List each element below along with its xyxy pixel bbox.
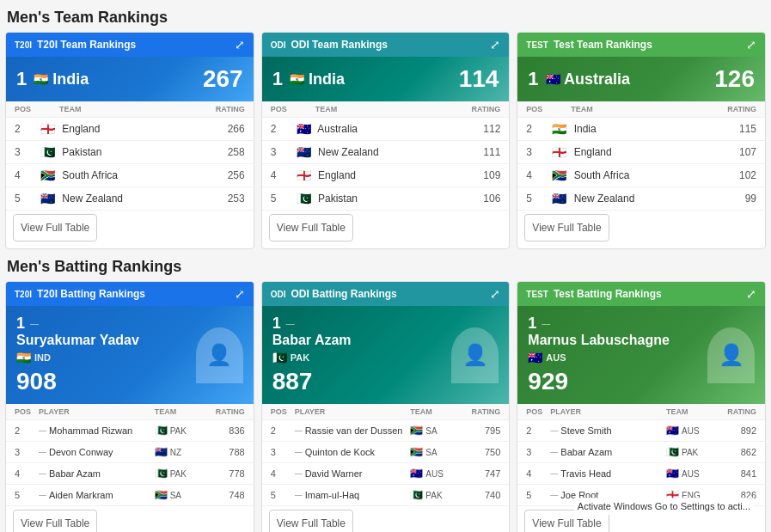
row-team: England: [59, 123, 202, 135]
b-team-flag: 🇦🇺: [666, 425, 679, 437]
row-rating: 111: [457, 146, 500, 158]
batting-row: 3 — Devon Conway 🇳🇿 NZ 788: [6, 442, 254, 463]
row-rating: 253: [202, 193, 245, 205]
row-team: India: [571, 123, 713, 135]
row-pos: 2: [15, 123, 40, 135]
format-title: Test Team Rankings: [554, 39, 746, 51]
row-rating: 266: [202, 123, 245, 135]
b-team-flag: 🇳🇿: [155, 446, 168, 458]
col-header-team: TEAM: [155, 407, 206, 416]
player-trend: —: [286, 319, 295, 328]
row-pos: 3: [271, 146, 297, 158]
table-row: 2 🇦🇺 Australia 112: [262, 118, 510, 141]
share-icon[interactable]: ⤢: [746, 287, 756, 301]
batting-view-full-table-button[interactable]: View Full Table: [269, 510, 353, 532]
b-player: Travis Head: [560, 468, 666, 479]
player-trend: —: [30, 319, 39, 328]
col-header-player: PLAYER: [39, 407, 155, 416]
player-country: AUS: [546, 352, 566, 363]
view-full-table-button[interactable]: View Full Table: [13, 214, 97, 242]
format-title: ODI Batting Rankings: [291, 288, 490, 300]
b-pos: 2: [15, 425, 39, 436]
b-team-name: AUS: [682, 426, 700, 436]
view-full-table-button[interactable]: View Full Table: [524, 214, 609, 242]
batting-row: 3 — Babar Azam 🇵🇰 PAK 862: [517, 442, 765, 463]
b-team: 🇿🇦 SA: [155, 489, 206, 501]
player-rank: 1: [528, 315, 536, 333]
top-team-row: 1 🇮🇳 India 114: [262, 57, 510, 101]
share-icon[interactable]: ⤢: [490, 287, 500, 301]
batting-view-full-table-button[interactable]: View Full Table: [13, 510, 97, 532]
b-team: 🇵🇰 PAK: [666, 446, 718, 458]
col-header-rating: RATING: [457, 105, 500, 113]
player-flag: 🇵🇰: [272, 351, 287, 364]
batting-row: 2 — Rassie van der Dussen 🇿🇦 SA 795: [262, 420, 510, 442]
col-header-team: TEAM: [410, 407, 462, 416]
b-team: 🇵🇰 PAK: [155, 468, 206, 480]
b-pos: 5: [15, 490, 39, 500]
b-trend: —: [295, 491, 303, 499]
b-player: Mohammad Rizwan: [49, 425, 155, 436]
table-header: POS TEAM RATING: [517, 101, 765, 118]
col-header-pos: POS: [526, 407, 550, 416]
row-pos: 2: [526, 123, 552, 135]
row-rating: 112: [457, 123, 500, 135]
col-header-pos: POS: [271, 407, 295, 416]
table-row: 5 🇵🇰 Pakistan 106: [262, 187, 510, 211]
b-trend: —: [550, 469, 558, 478]
row-team: Australia: [315, 123, 458, 135]
row-pos: 5: [526, 193, 552, 205]
player-rank: 1: [272, 315, 281, 333]
batting-row: 4 — David Warner 🇦🇺 AUS 747: [262, 463, 510, 485]
table-row: 3 🇳🇿 New Zealand 111: [262, 141, 510, 164]
b-pos: 5: [526, 490, 550, 500]
b-team-name: PAK: [682, 448, 698, 457]
b-pos: 2: [526, 425, 550, 436]
top-player-row: 1 — Marnus Labuschagne 🇦🇺 AUS 929 👤: [517, 306, 765, 404]
table-row: 4 🏴󠁧󠁢󠁥󠁮󠁧󠁿 England 109: [262, 164, 510, 187]
row-flag: 🇵🇰: [297, 192, 315, 205]
top-team-rating: 114: [459, 65, 499, 93]
b-trend: —: [295, 469, 303, 478]
share-icon[interactable]: ⤢: [490, 38, 500, 52]
batting-row: 5 — Imam-ul-Haq 🇵🇰 PAK 740: [262, 485, 510, 506]
b-player: Imam-ul-Haq: [305, 490, 411, 500]
col-header-rating: RATING: [206, 407, 245, 416]
table-header: POS TEAM RATING: [262, 101, 510, 118]
share-icon[interactable]: ⤢: [746, 38, 756, 52]
share-icon[interactable]: ⤢: [235, 38, 245, 52]
row-pos: 4: [15, 169, 40, 181]
row-team: Pakistan: [315, 193, 458, 205]
share-icon[interactable]: ⤢: [235, 287, 245, 301]
player-trend: —: [542, 319, 550, 328]
top-player-row: 1 — Suryakumar Yadav 🇮🇳 IND 908 👤: [6, 306, 254, 404]
top-team-row: 1 🇦🇺 Australia 126: [517, 57, 765, 101]
col-header-rating: RATING: [462, 407, 500, 416]
top-team-name: India: [48, 70, 203, 89]
player-avatar: 👤: [707, 327, 755, 383]
row-flag: 🏴󠁧󠁢󠁥󠁮󠁧󠁿: [552, 145, 571, 159]
row-rating: 102: [713, 169, 756, 181]
row-team: England: [571, 146, 713, 158]
batting-card-header-t20i: T20I T20I Batting Rankings ⤢: [6, 282, 254, 306]
b-trend: —: [39, 469, 46, 478]
view-full-table-button[interactable]: View Full Table: [269, 214, 353, 242]
player-rank-info: 1 — Marnus Labuschagne 🇦🇺 AUS 929: [528, 315, 669, 395]
b-team-name: SA: [425, 448, 437, 457]
row-flag: 🇿🇦: [40, 168, 59, 182]
row-rating: 109: [457, 169, 500, 181]
col-header-player: PLAYER: [295, 407, 411, 416]
b-rating: 862: [718, 447, 756, 457]
row-pos: 4: [271, 169, 297, 181]
table-row: 3 🏴󠁧󠁢󠁥󠁮󠁧󠁿 England 107: [517, 141, 765, 164]
format-title: T20I Team Rankings: [37, 39, 235, 51]
b-rating: 740: [462, 490, 500, 500]
batting-card-t20i: T20I T20I Batting Rankings ⤢ 1 — Suryaku…: [5, 281, 254, 532]
player-rank-info: 1 — Suryakumar Yadav 🇮🇳 IND 908: [16, 315, 139, 395]
row-rating: 99: [713, 193, 756, 205]
b-trend: —: [550, 448, 558, 456]
player-score: 929: [528, 368, 669, 395]
row-rating: 258: [202, 146, 245, 158]
format-title: Test Batting Rankings: [554, 288, 746, 300]
b-team: 🇵🇰 PAK: [410, 489, 462, 501]
